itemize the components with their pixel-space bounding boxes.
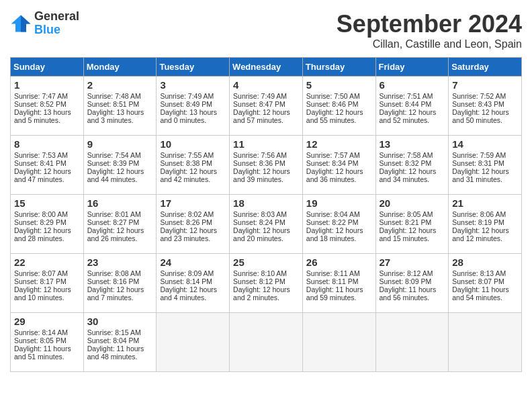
calendar-cell: 24Sunrise: 8:09 AMSunset: 8:14 PMDayligh… — [157, 254, 230, 313]
calendar-cell: 20Sunrise: 8:05 AMSunset: 8:21 PMDayligh… — [375, 195, 449, 254]
calendar-cell — [449, 313, 522, 372]
sunset-text: Sunset: 8:22 PM — [306, 218, 359, 226]
sunrise-text: Sunrise: 8:13 AM — [452, 269, 506, 277]
day-number: 13 — [380, 138, 445, 150]
calendar-cell: 18Sunrise: 8:03 AMSunset: 8:24 PMDayligh… — [230, 195, 303, 254]
logo: General Blue — [10, 10, 79, 37]
day-number: 5 — [306, 79, 372, 91]
calendar-cell: 26Sunrise: 8:11 AMSunset: 8:11 PMDayligh… — [302, 254, 375, 313]
title-section: September 2024 Cillan, Castille and Leon… — [337, 10, 522, 50]
day-number: 16 — [87, 197, 153, 209]
daylight-text: Daylight: 12 hours and 39 minutes. — [233, 167, 290, 183]
calendar-cell: 29Sunrise: 8:14 AMSunset: 8:05 PMDayligh… — [11, 313, 84, 372]
calendar-week-row: 1Sunrise: 7:47 AMSunset: 8:52 PMDaylight… — [11, 77, 522, 136]
sunrise-text: Sunrise: 7:59 AM — [452, 151, 506, 159]
day-number: 19 — [306, 197, 372, 209]
daylight-text: Daylight: 12 hours and 4 minutes. — [160, 285, 217, 302]
sunrise-text: Sunrise: 8:00 AM — [14, 210, 68, 218]
calendar-cell: 2Sunrise: 7:48 AMSunset: 8:51 PMDaylight… — [83, 77, 157, 136]
sunset-text: Sunset: 8:36 PM — [233, 159, 285, 167]
calendar-cell: 6Sunrise: 7:51 AMSunset: 8:44 PMDaylight… — [375, 77, 449, 136]
sunrise-text: Sunrise: 7:52 AM — [452, 92, 506, 100]
calendar-week-row: 15Sunrise: 8:00 AMSunset: 8:29 PMDayligh… — [11, 195, 522, 254]
sunrise-text: Sunrise: 8:05 AM — [380, 210, 433, 218]
calendar-cell: 23Sunrise: 8:08 AMSunset: 8:16 PMDayligh… — [83, 254, 157, 313]
calendar-cell: 4Sunrise: 7:49 AMSunset: 8:47 PMDaylight… — [230, 77, 303, 136]
sunset-text: Sunset: 8:26 PM — [160, 218, 212, 226]
day-number: 18 — [233, 197, 299, 209]
calendar-cell — [157, 313, 230, 372]
calendar-cell: 21Sunrise: 8:06 AMSunset: 8:19 PMDayligh… — [449, 195, 522, 254]
calendar-cell: 3Sunrise: 7:49 AMSunset: 8:49 PMDaylight… — [157, 77, 230, 136]
header: General Blue September 2024 Cillan, Cast… — [10, 10, 522, 50]
daylight-text: Daylight: 12 hours and 57 minutes. — [233, 108, 290, 124]
daylight-text: Daylight: 12 hours and 44 minutes. — [87, 167, 144, 183]
sunset-text: Sunset: 8:07 PM — [452, 277, 504, 285]
calendar-cell: 8Sunrise: 7:53 AMSunset: 8:41 PMDaylight… — [11, 136, 84, 195]
daylight-text: Daylight: 13 hours and 5 minutes. — [14, 108, 71, 124]
daylight-text: Daylight: 12 hours and 12 minutes. — [452, 226, 509, 242]
daylight-text: Daylight: 12 hours and 42 minutes. — [160, 167, 217, 183]
sunset-text: Sunset: 8:16 PM — [87, 277, 140, 285]
day-number: 17 — [160, 197, 226, 209]
calendar-cell: 28Sunrise: 8:13 AMSunset: 8:07 PMDayligh… — [449, 254, 522, 313]
calendar-cell: 1Sunrise: 7:47 AMSunset: 8:52 PMDaylight… — [11, 77, 84, 136]
calendar-cell: 12Sunrise: 7:57 AMSunset: 8:34 PMDayligh… — [302, 136, 375, 195]
day-number: 4 — [233, 79, 299, 91]
day-number: 1 — [14, 79, 80, 91]
day-number: 7 — [452, 79, 518, 91]
day-number: 15 — [14, 197, 80, 209]
sunset-text: Sunset: 8:44 PM — [380, 100, 432, 108]
sunset-text: Sunset: 8:47 PM — [233, 100, 285, 108]
sunset-text: Sunset: 8:17 PM — [14, 277, 66, 285]
sunset-text: Sunset: 8:12 PM — [233, 277, 285, 285]
sunset-text: Sunset: 8:09 PM — [380, 277, 432, 285]
sunrise-text: Sunrise: 7:54 AM — [87, 151, 141, 159]
calendar-cell: 15Sunrise: 8:00 AMSunset: 8:29 PMDayligh… — [11, 195, 84, 254]
sunrise-text: Sunrise: 7:49 AM — [160, 92, 214, 100]
sunrise-text: Sunrise: 7:56 AM — [233, 151, 287, 159]
sunrise-text: Sunrise: 8:14 AM — [14, 328, 68, 336]
sunrise-text: Sunrise: 8:03 AM — [233, 210, 287, 218]
sunset-text: Sunset: 8:49 PM — [160, 100, 212, 108]
sunset-text: Sunset: 8:46 PM — [306, 100, 359, 108]
calendar-cell: 13Sunrise: 7:58 AMSunset: 8:32 PMDayligh… — [375, 136, 449, 195]
sunrise-text: Sunrise: 8:06 AM — [452, 210, 506, 218]
sunrise-text: Sunrise: 8:12 AM — [380, 269, 433, 277]
daylight-text: Daylight: 11 hours and 48 minutes. — [87, 345, 144, 361]
calendar-cell: 7Sunrise: 7:52 AMSunset: 8:43 PMDaylight… — [449, 77, 522, 136]
sunset-text: Sunset: 8:34 PM — [306, 159, 359, 167]
daylight-text: Daylight: 12 hours and 18 minutes. — [306, 226, 363, 242]
day-number: 24 — [160, 257, 226, 268]
th-sunday: Sunday — [11, 58, 84, 77]
sunset-text: Sunset: 8:27 PM — [87, 218, 140, 226]
sunrise-text: Sunrise: 8:04 AM — [306, 210, 360, 218]
th-thursday: Thursday — [302, 58, 375, 77]
sunrise-text: Sunrise: 7:58 AM — [380, 151, 433, 159]
day-number: 25 — [233, 257, 299, 268]
day-number: 21 — [452, 197, 518, 209]
sunrise-text: Sunrise: 8:10 AM — [233, 269, 287, 277]
sunrise-text: Sunrise: 7:57 AM — [306, 151, 360, 159]
daylight-text: Daylight: 11 hours and 59 minutes. — [306, 285, 363, 302]
sunrise-text: Sunrise: 8:07 AM — [14, 269, 68, 277]
sunset-text: Sunset: 8:29 PM — [14, 218, 66, 226]
page-container: General Blue September 2024 Cillan, Cast… — [10, 10, 522, 372]
th-saturday: Saturday — [449, 58, 522, 77]
daylight-text: Daylight: 12 hours and 23 minutes. — [160, 226, 217, 242]
daylight-text: Daylight: 11 hours and 51 minutes. — [14, 345, 71, 361]
daylight-text: Daylight: 12 hours and 26 minutes. — [87, 226, 144, 242]
day-number: 22 — [14, 257, 80, 268]
daylight-text: Daylight: 12 hours and 20 minutes. — [233, 226, 290, 242]
sunrise-text: Sunrise: 8:15 AM — [87, 328, 141, 336]
sunset-text: Sunset: 8:19 PM — [452, 218, 504, 226]
calendar-cell: 11Sunrise: 7:56 AMSunset: 8:36 PMDayligh… — [230, 136, 303, 195]
daylight-text: Daylight: 12 hours and 34 minutes. — [380, 167, 437, 183]
day-number: 29 — [14, 316, 80, 327]
calendar-week-row: 29Sunrise: 8:14 AMSunset: 8:05 PMDayligh… — [11, 313, 522, 372]
day-number: 26 — [306, 257, 372, 268]
calendar-cell — [230, 313, 303, 372]
sunrise-text: Sunrise: 8:01 AM — [87, 210, 141, 218]
calendar-cell: 22Sunrise: 8:07 AMSunset: 8:17 PMDayligh… — [11, 254, 84, 313]
sunrise-text: Sunrise: 7:55 AM — [160, 151, 214, 159]
